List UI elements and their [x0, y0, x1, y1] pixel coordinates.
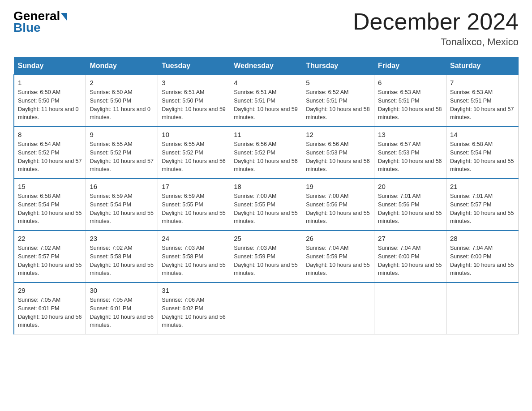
daylight-label: Daylight: 10 hours and 55 minutes. — [450, 210, 514, 225]
day-number: 9 — [90, 131, 154, 138]
daylight-label: Daylight: 10 hours and 55 minutes. — [162, 210, 225, 225]
sunset-label: Sunset: 5:52 PM — [234, 150, 275, 156]
day-number: 3 — [162, 79, 226, 86]
day-number: 2 — [90, 79, 154, 86]
daylight-label: Daylight: 10 hours and 57 minutes. — [450, 106, 514, 121]
sunrise-label: Sunrise: 7:05 AM — [18, 297, 60, 303]
sunrise-label: Sunrise: 6:51 AM — [162, 89, 204, 95]
day-number: 29 — [18, 287, 82, 294]
sunset-label: Sunset: 5:54 PM — [18, 201, 59, 208]
week-row-5: 29 Sunrise: 7:05 AM Sunset: 6:01 PM Dayl… — [14, 283, 519, 334]
week-row-4: 22 Sunrise: 7:02 AM Sunset: 5:57 PM Dayl… — [14, 231, 519, 283]
sunrise-label: Sunrise: 7:05 AM — [90, 297, 132, 303]
day-number: 20 — [378, 183, 442, 190]
sunset-label: Sunset: 5:50 PM — [162, 98, 203, 104]
day-number: 21 — [450, 183, 515, 190]
page-header: General Blue December 2024 Tonalixco, Me… — [13, 9, 519, 48]
day-info: Sunrise: 6:57 AM Sunset: 5:53 PM Dayligh… — [378, 140, 442, 174]
calendar-cell: 25 Sunrise: 7:03 AM Sunset: 5:59 PM Dayl… — [230, 231, 302, 283]
day-info: Sunrise: 7:02 AM Sunset: 5:58 PM Dayligh… — [90, 244, 154, 278]
sunset-label: Sunset: 5:58 PM — [162, 253, 203, 260]
calendar-cell: 10 Sunrise: 6:55 AM Sunset: 5:52 PM Dayl… — [158, 127, 230, 179]
sunrise-label: Sunrise: 6:58 AM — [18, 193, 60, 199]
daylight-label: Daylight: 10 hours and 55 minutes. — [234, 262, 297, 277]
sunrise-label: Sunrise: 7:04 AM — [306, 245, 348, 251]
day-number: 13 — [378, 131, 442, 138]
daylight-label: Daylight: 10 hours and 59 minutes. — [162, 106, 225, 121]
calendar-cell: 11 Sunrise: 6:56 AM Sunset: 5:52 PM Dayl… — [230, 127, 302, 179]
daylight-label: Daylight: 10 hours and 55 minutes. — [306, 210, 369, 225]
calendar-cell — [230, 283, 302, 334]
sunrise-label: Sunrise: 7:00 AM — [234, 193, 276, 199]
sunset-label: Sunset: 5:58 PM — [90, 253, 131, 260]
sunset-label: Sunset: 5:51 PM — [306, 98, 347, 104]
sunset-label: Sunset: 6:01 PM — [90, 305, 131, 312]
daylight-label: Daylight: 10 hours and 55 minutes. — [450, 158, 514, 173]
sunset-label: Sunset: 5:50 PM — [90, 98, 131, 104]
day-info: Sunrise: 6:52 AM Sunset: 5:51 PM Dayligh… — [306, 88, 370, 122]
calendar-cell: 6 Sunrise: 6:53 AM Sunset: 5:51 PM Dayli… — [374, 75, 446, 127]
calendar-cell: 14 Sunrise: 6:58 AM Sunset: 5:54 PM Dayl… — [446, 127, 519, 179]
logo-blue-text: Blue — [13, 21, 41, 35]
daylight-label: Daylight: 10 hours and 59 minutes. — [234, 106, 297, 121]
col-tuesday: Tuesday — [158, 57, 230, 75]
daylight-label: Daylight: 10 hours and 55 minutes. — [378, 262, 442, 277]
calendar-cell: 26 Sunrise: 7:04 AM Sunset: 5:59 PM Dayl… — [302, 231, 374, 283]
sunrise-label: Sunrise: 7:02 AM — [18, 245, 60, 251]
sunset-label: Sunset: 5:51 PM — [450, 98, 491, 104]
day-info: Sunrise: 6:59 AM Sunset: 5:54 PM Dayligh… — [90, 192, 154, 226]
daylight-label: Daylight: 10 hours and 56 minutes. — [234, 158, 297, 173]
daylight-label: Daylight: 10 hours and 56 minutes. — [162, 158, 225, 173]
day-number: 26 — [306, 235, 370, 242]
sunrise-label: Sunrise: 6:53 AM — [378, 89, 420, 95]
sunset-label: Sunset: 5:54 PM — [450, 150, 491, 156]
daylight-label: Daylight: 10 hours and 56 minutes. — [18, 314, 82, 329]
day-info: Sunrise: 7:05 AM Sunset: 6:01 PM Dayligh… — [90, 296, 154, 330]
logo: General Blue — [13, 9, 67, 35]
calendar-cell: 13 Sunrise: 6:57 AM Sunset: 5:53 PM Dayl… — [374, 127, 446, 179]
sunrise-label: Sunrise: 6:52 AM — [306, 89, 348, 95]
daylight-label: Daylight: 10 hours and 58 minutes. — [306, 106, 369, 121]
sunrise-label: Sunrise: 7:03 AM — [234, 245, 276, 251]
col-thursday: Thursday — [302, 57, 374, 75]
sunset-label: Sunset: 5:56 PM — [306, 201, 347, 208]
day-info: Sunrise: 6:58 AM Sunset: 5:54 PM Dayligh… — [18, 192, 82, 226]
sunrise-label: Sunrise: 6:55 AM — [90, 141, 132, 147]
calendar-cell: 9 Sunrise: 6:55 AM Sunset: 5:52 PM Dayli… — [86, 127, 158, 179]
day-info: Sunrise: 6:55 AM Sunset: 5:52 PM Dayligh… — [162, 140, 226, 174]
day-info: Sunrise: 7:03 AM Sunset: 5:58 PM Dayligh… — [162, 244, 226, 278]
calendar-cell: 2 Sunrise: 6:50 AM Sunset: 5:50 PM Dayli… — [86, 75, 158, 127]
sunset-label: Sunset: 5:56 PM — [378, 201, 419, 208]
sunrise-label: Sunrise: 6:57 AM — [378, 141, 420, 147]
day-number: 18 — [234, 183, 298, 190]
location-label: Tonalixco, Mexico — [353, 36, 519, 48]
calendar-cell — [374, 283, 446, 334]
month-title: December 2024 — [353, 9, 519, 34]
col-monday: Monday — [86, 57, 158, 75]
day-info: Sunrise: 6:50 AM Sunset: 5:50 PM Dayligh… — [18, 88, 82, 122]
daylight-label: Daylight: 10 hours and 56 minutes. — [90, 314, 153, 329]
day-number: 14 — [450, 131, 515, 138]
calendar-cell: 1 Sunrise: 6:50 AM Sunset: 5:50 PM Dayli… — [14, 75, 86, 127]
calendar-cell: 8 Sunrise: 6:54 AM Sunset: 5:52 PM Dayli… — [14, 127, 86, 179]
day-number: 10 — [162, 131, 226, 138]
title-section: December 2024 Tonalixco, Mexico — [353, 9, 519, 48]
sunset-label: Sunset: 5:50 PM — [18, 98, 59, 104]
day-number: 16 — [90, 183, 154, 190]
day-number: 17 — [162, 183, 226, 190]
calendar-cell: 18 Sunrise: 7:00 AM Sunset: 5:55 PM Dayl… — [230, 179, 302, 231]
daylight-label: Daylight: 10 hours and 55 minutes. — [450, 262, 514, 277]
day-number: 30 — [90, 287, 154, 294]
sunrise-label: Sunrise: 7:02 AM — [90, 245, 132, 251]
sunset-label: Sunset: 5:52 PM — [90, 150, 131, 156]
calendar-cell: 30 Sunrise: 7:05 AM Sunset: 6:01 PM Dayl… — [86, 283, 158, 334]
day-info: Sunrise: 6:56 AM Sunset: 5:53 PM Dayligh… — [306, 140, 370, 174]
calendar-cell: 21 Sunrise: 7:01 AM Sunset: 5:57 PM Dayl… — [446, 179, 519, 231]
col-wednesday: Wednesday — [230, 57, 302, 75]
sunset-label: Sunset: 5:52 PM — [162, 150, 203, 156]
day-number: 15 — [18, 183, 82, 190]
day-info: Sunrise: 7:00 AM Sunset: 5:55 PM Dayligh… — [234, 192, 298, 226]
sunrise-label: Sunrise: 6:54 AM — [18, 141, 60, 147]
sunrise-label: Sunrise: 6:50 AM — [18, 89, 60, 95]
day-info: Sunrise: 7:02 AM Sunset: 5:57 PM Dayligh… — [18, 244, 82, 278]
